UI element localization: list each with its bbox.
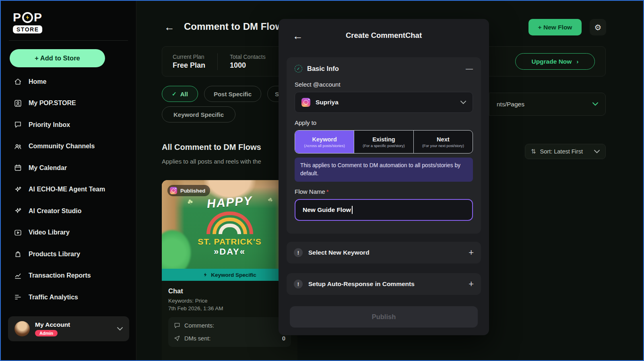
account-value: Supriya xyxy=(316,99,339,106)
dashed-check-icon: ✓ xyxy=(295,65,302,73)
accounts-pages-dropdown[interactable]: nts/Pages xyxy=(489,93,606,116)
sort-dropdown[interactable]: ⇅ Sort: Latest First xyxy=(525,144,606,159)
segment-subtitle: (For a specific post/story) xyxy=(363,144,405,148)
sidebar-item-video-library[interactable]: Video Library xyxy=(1,222,136,244)
basic-info-section: ✓ Basic Info — Select @account Supriya A… xyxy=(287,57,481,234)
basic-info-header: ✓ Basic Info — xyxy=(295,64,473,73)
published-label: Published xyxy=(180,188,205,194)
sidebar-item-my-pop-store[interactable]: My POP.STORE xyxy=(1,93,136,114)
pop-store-logo: P P STORE xyxy=(13,10,42,33)
back-button[interactable]: ← xyxy=(163,20,176,34)
avatar xyxy=(14,321,30,336)
sidebar-item-ai-echo-me[interactable]: AI ECHO-ME Agent Team xyxy=(1,179,136,201)
current-plan-group: Current Plan Free Plan xyxy=(173,54,205,70)
current-plan-value: Free Plan xyxy=(173,61,205,70)
segment-keyword[interactable]: Keyword (Across all posts/stories) xyxy=(295,131,354,153)
segment-existing[interactable]: Existing (For a specific post/story) xyxy=(354,131,413,153)
total-contacts-label: Total Contacts xyxy=(230,54,266,60)
my-account-card[interactable]: My Account Admin xyxy=(8,316,129,341)
collapse-button[interactable]: — xyxy=(466,64,473,73)
sidebar-item-label: Community Channels xyxy=(29,143,95,150)
sidebar-item-label: Transaction Reports xyxy=(29,272,91,279)
sidebar-item-priority-inbox[interactable]: Priority Inbox xyxy=(1,114,136,136)
logo-letter: P xyxy=(13,10,21,24)
section-title: Setup Auto-Response in Comments xyxy=(308,280,415,288)
chip-label: Post Specific xyxy=(214,91,252,98)
segment-next[interactable]: Next (For your next post/story) xyxy=(413,131,473,153)
add-to-store-button[interactable]: + Add to Store xyxy=(10,49,105,67)
gear-icon: ⚙ xyxy=(594,23,602,32)
instagram-icon xyxy=(301,98,310,107)
dropdown-label: nts/Pages xyxy=(497,101,524,108)
sidebar-item-traffic-analytics[interactable]: Traffic Analytics xyxy=(1,286,136,308)
chevron-down-icon xyxy=(117,325,123,332)
sidebar-item-products-library[interactable]: Products Library xyxy=(1,243,136,265)
people-icon xyxy=(14,142,22,151)
apply-to-info-note: This applies to Comment to DM automation… xyxy=(295,158,473,182)
filter-chip-keyword-specific[interactable]: Keyword Specific xyxy=(162,106,235,122)
total-contacts-value: 1000 xyxy=(230,61,266,70)
chevron-down-icon xyxy=(460,101,466,104)
logo-store-pill: STORE xyxy=(13,25,42,33)
profile-card-icon xyxy=(14,99,22,108)
instagram-icon xyxy=(170,187,177,194)
select-account-label: Select @account xyxy=(295,81,473,88)
admin-badge: Admin xyxy=(35,330,58,336)
flow-card[interactable]: HAPPY ST. PATRICK'S »DAY« Published Keyw… xyxy=(162,180,297,361)
expand-plus-button[interactable]: + xyxy=(469,247,474,258)
sidebar-item-label: AI ECHO-ME Agent Team xyxy=(29,186,105,193)
comment-icon xyxy=(174,322,180,329)
flow-name-label-text: Flow Name xyxy=(295,188,325,195)
chevron-down-icon xyxy=(592,102,598,106)
publish-button[interactable]: Publish xyxy=(290,306,478,328)
bolt-icon xyxy=(203,272,208,277)
expand-plus-button[interactable]: + xyxy=(469,279,474,289)
chip-label: Keyword Specific xyxy=(173,111,224,118)
filter-chip-all[interactable]: ✓ All xyxy=(162,86,198,102)
sidebar-item-label: Products Library xyxy=(29,251,80,258)
sidebar-nav: Home My POP.STORE Priority Inbox Communi… xyxy=(1,71,136,308)
dms-value: 0 xyxy=(282,335,285,342)
calendar-icon xyxy=(14,164,22,172)
settings-button[interactable]: ⚙ xyxy=(590,19,606,35)
required-asterisk: * xyxy=(326,188,329,195)
home-icon xyxy=(14,77,22,86)
tee-design: HAPPY ST. PATRICK'S »DAY« xyxy=(162,195,297,257)
keyword-specific-badge: Keyword Specific xyxy=(162,269,297,281)
page-title: Comment to DM Flow xyxy=(184,21,283,32)
comments-label: Comments: xyxy=(184,322,214,329)
divider xyxy=(9,40,128,41)
segment-subtitle: (Across all posts/stories) xyxy=(304,144,345,148)
sparkle-icon xyxy=(14,185,22,194)
sidebar-item-ai-creator-studio[interactable]: AI Creator Studio xyxy=(1,200,136,222)
published-badge: Published xyxy=(167,185,210,196)
chevron-down-icon xyxy=(594,150,600,154)
rainbow-graphic xyxy=(205,212,255,234)
sidebar-item-my-calendar[interactable]: My Calendar xyxy=(1,157,136,179)
app-window: P P STORE + Add to Store Home My POP.STO… xyxy=(0,0,644,361)
setup-auto-response-section[interactable]: ! Setup Auto-Response in Comments + xyxy=(287,273,481,295)
select-new-keyword-section[interactable]: ! Select New Keyword + xyxy=(287,242,481,263)
text-caret xyxy=(352,206,353,214)
flow-name-value: New Guide Flow xyxy=(303,206,351,214)
segment-title: Existing xyxy=(372,136,395,143)
card-stats: Comments: DMs sent: 0 xyxy=(168,317,291,347)
card-keywords: Keywords: Price xyxy=(168,298,291,304)
flows-heading: All Comment to DM Flows xyxy=(162,143,261,152)
sidebar-item-transaction-reports[interactable]: Transaction Reports xyxy=(1,265,136,287)
tee-text-happy: HAPPY xyxy=(206,194,253,211)
filter-chip-post-specific[interactable]: Post Specific xyxy=(204,86,261,102)
account-select[interactable]: Supriya xyxy=(295,92,473,113)
sidebar-item-home[interactable]: Home xyxy=(1,71,136,93)
sidebar: P P STORE + Add to Store Home My POP.STO… xyxy=(1,1,136,360)
flow-name-input[interactable]: New Guide Flow xyxy=(295,199,473,221)
sparkle-icon xyxy=(14,207,22,215)
tee-text-stpatricks: ST. PATRICK'S xyxy=(198,237,261,247)
total-contacts-group: Total Contacts 1000 xyxy=(230,54,266,70)
sidebar-item-community-channels[interactable]: Community Channels xyxy=(1,136,136,158)
new-flow-button[interactable]: + New Flow xyxy=(528,19,582,35)
apply-to-label: Apply to xyxy=(295,119,473,126)
video-icon xyxy=(14,228,22,237)
upgrade-now-button[interactable]: Upgrade Now › xyxy=(515,53,595,70)
sidebar-item-label: My Calendar xyxy=(29,164,67,172)
